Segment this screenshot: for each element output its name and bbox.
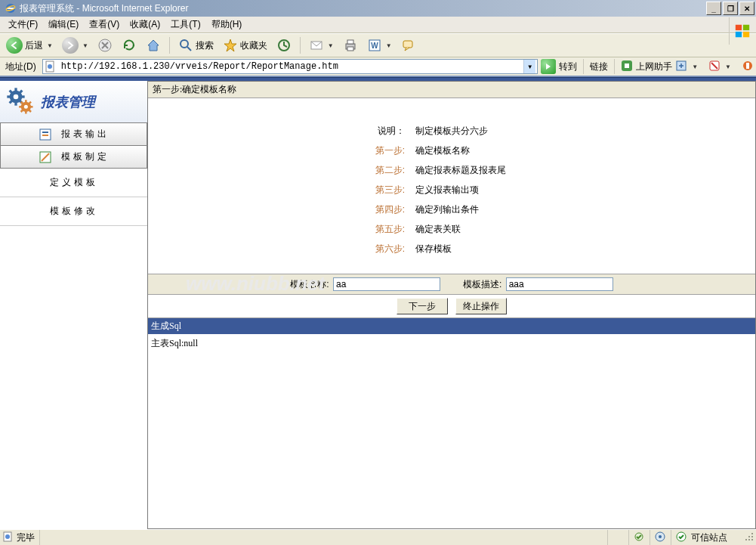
step-key: 第五步:: [359, 219, 405, 239]
status-empty-cell: [607, 530, 628, 545]
helper-label[interactable]: 上网助手: [636, 60, 672, 73]
svg-point-7: [181, 40, 188, 48]
gears-icon: [5, 85, 35, 118]
template-name-label: 模板名称:: [290, 279, 329, 290]
step-val: 确定列输出条件: [415, 200, 479, 219]
resize-grip[interactable]: [742, 531, 756, 543]
cleanup-icon[interactable]: [742, 60, 754, 74]
svg-rect-16: [403, 41, 412, 48]
sql-body: 主表Sql:null: [148, 334, 755, 353]
ad-block-icon[interactable]: [708, 60, 721, 74]
menu-bar: 文件(F) 编辑(E) 查看(V) 收藏(A) 工具(T) 帮助(H): [0, 17, 756, 33]
status-shield-cell: [650, 530, 671, 545]
helper-dropdown-icon[interactable]: ▼: [692, 63, 698, 70]
template-desc-input[interactable]: [506, 277, 613, 291]
svg-rect-51: [748, 539, 750, 540]
addr-separator: [614, 59, 615, 74]
go-button[interactable]: [541, 59, 556, 74]
edit-word-icon: W: [367, 38, 382, 53]
shield-icon: [655, 531, 665, 544]
print-button[interactable]: [340, 36, 361, 54]
sidebar-btn-design[interactable]: 模板制定: [0, 146, 147, 169]
menu-fav[interactable]: 收藏(A): [125, 17, 165, 33]
svg-rect-24: [746, 63, 749, 69]
step-key: 第三步:: [359, 180, 405, 200]
edit-button[interactable]: W ▼: [364, 36, 395, 54]
sql-filler: [148, 353, 755, 528]
mail-button[interactable]: ▼: [306, 36, 337, 54]
home-icon: [146, 38, 161, 53]
menu-edit[interactable]: 编辑(E): [43, 17, 84, 33]
address-label: 地址(D): [2, 60, 39, 73]
sidebar-sub-modify[interactable]: 模板修改: [0, 197, 147, 226]
favorites-label: 收藏夹: [240, 39, 267, 52]
navigation-toolbar: 后退 ▼ ▼ 搜索 收藏夹 ▼ W ▼: [0, 33, 756, 57]
svg-point-42: [5, 534, 10, 539]
favorites-button[interactable]: 收藏夹: [220, 36, 270, 54]
address-dropdown-icon[interactable]: ▼: [523, 60, 535, 73]
svg-line-8: [187, 47, 191, 51]
button-bar: 下一步 终止操作: [148, 295, 755, 318]
template-name-input[interactable]: [333, 277, 440, 291]
refresh-button[interactable]: [119, 36, 140, 54]
svg-rect-48: [748, 536, 750, 537]
description-area: www.niubb.net 说明： 制定模板共分六步 第一步:确定模板名称 第二…: [148, 98, 755, 274]
step-key: 第一步:: [359, 141, 405, 160]
forward-dropdown-icon: ▼: [82, 42, 88, 49]
close-button[interactable]: ✕: [739, 2, 754, 15]
forward-button[interactable]: ▼: [59, 36, 91, 55]
next-button[interactable]: 下一步: [397, 298, 448, 314]
trusted-zone-label: 可信站点: [691, 531, 727, 544]
star-icon: [223, 38, 238, 53]
svg-rect-20: [625, 63, 629, 68]
helper-settings-icon[interactable]: [675, 60, 687, 74]
template-desc-label: 模板描述:: [463, 279, 501, 290]
go-label: 转到: [559, 60, 577, 73]
sidebar-btn-design-label: 模板制定: [61, 150, 110, 163]
menu-help[interactable]: 帮助(H): [206, 17, 248, 33]
menu-file[interactable]: 文件(F): [3, 17, 43, 33]
address-bar: 地址(D) ▼ 转到 链接 上网助手 ▼ ▼: [0, 57, 756, 77]
maximize-button[interactable]: ❐: [723, 2, 738, 15]
address-field-wrap: ▼: [42, 59, 538, 74]
done-icon: [3, 531, 14, 544]
svg-rect-13: [347, 47, 353, 51]
svg-rect-49: [751, 536, 753, 537]
svg-rect-47: [751, 533, 753, 534]
home-button[interactable]: [143, 36, 164, 54]
helper-icon: [621, 60, 633, 74]
step-val: 确定表关联: [415, 219, 461, 239]
discuss-button[interactable]: [398, 36, 419, 54]
mail-dropdown-icon: ▼: [328, 42, 334, 49]
address-input[interactable]: [60, 60, 523, 73]
menu-tools[interactable]: 工具(T): [165, 17, 205, 33]
step-key: 第二步:: [359, 160, 405, 180]
history-icon: [276, 38, 292, 53]
status-done-label: 完毕: [17, 531, 35, 544]
menu-view[interactable]: 查看(V): [84, 17, 125, 33]
sidebar-sub-define[interactable]: 定义模板: [0, 169, 147, 197]
ad-dropdown-icon[interactable]: ▼: [725, 63, 731, 70]
edit-dropdown-icon: ▼: [386, 42, 392, 49]
back-button[interactable]: 后退 ▼: [3, 36, 56, 55]
status-bar: 完毕 可信站点: [0, 529, 756, 545]
refresh-icon: [122, 38, 137, 53]
page-icon: [45, 60, 57, 73]
history-button[interactable]: [273, 36, 295, 54]
search-button[interactable]: 搜索: [175, 36, 217, 54]
stop-button[interactable]: 终止操作: [455, 298, 507, 314]
sidebar-btn-output[interactable]: 报表输出: [0, 123, 147, 146]
step-title: 第一步:确定模板名称: [153, 83, 236, 96]
links-label[interactable]: 链接: [590, 60, 608, 73]
step-title-bar: 第一步:确定模板名称: [148, 82, 755, 98]
svg-rect-12: [347, 40, 353, 44]
template-design-icon: [39, 150, 52, 164]
popup-block-icon: [634, 531, 644, 544]
stop-button[interactable]: [94, 36, 116, 54]
toolbar-separator: [300, 37, 301, 54]
report-output-icon: [39, 128, 52, 141]
search-icon: [178, 38, 193, 53]
minimize-button[interactable]: _: [706, 2, 721, 15]
svg-rect-52: [751, 539, 753, 540]
back-arrow-icon: [6, 37, 23, 54]
